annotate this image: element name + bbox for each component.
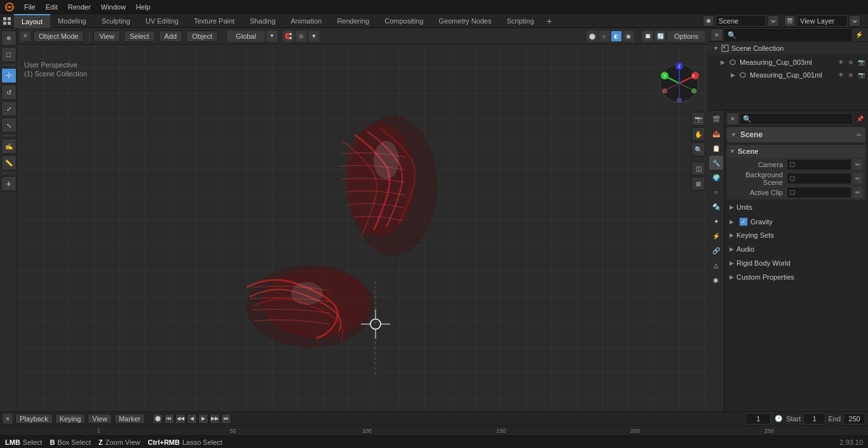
gizmo-btn[interactable]: 🔄 xyxy=(654,31,666,42)
perspective-btn[interactable]: ◫ xyxy=(691,161,705,175)
scene-section-edit[interactable]: ✏ xyxy=(857,132,862,139)
current-frame[interactable]: 1 xyxy=(745,413,771,424)
timeline-menu-btn[interactable]: ≡ xyxy=(3,414,13,424)
view-layer-btn[interactable] xyxy=(849,15,860,27)
props-menu-btn[interactable]: ≡ xyxy=(727,113,738,125)
camera-view-btn[interactable]: 📷 xyxy=(691,112,705,126)
play-first-btn[interactable]: ⏮ xyxy=(164,414,174,424)
tab-layout[interactable]: Layout xyxy=(14,14,50,28)
move-tool[interactable]: ✛ xyxy=(1,68,17,83)
scene-btn[interactable] xyxy=(768,15,779,27)
tab-animation[interactable]: Animation xyxy=(283,14,330,28)
menu-file[interactable]: File xyxy=(19,0,41,14)
props-icon-physics[interactable]: ⚡ xyxy=(709,229,723,243)
outliner-menu-btn[interactable]: ≡ xyxy=(710,29,723,41)
item-cursor-0[interactable]: ⊕ xyxy=(846,58,855,67)
outliner-search[interactable] xyxy=(724,29,851,41)
proportional-connected-btn[interactable]: ▼ xyxy=(308,31,320,42)
viewport-container[interactable]: ≡ Object Mode View Select Add Object Glo… xyxy=(18,28,708,411)
props-icon-modifiers[interactable]: 🔩 xyxy=(709,200,723,214)
options-btn[interactable]: Options xyxy=(667,31,705,42)
custom-props-header[interactable]: ▶ Custom Properties xyxy=(727,271,865,283)
add-workspace-button[interactable]: + xyxy=(541,15,557,27)
props-icon-material[interactable]: ◉ xyxy=(709,273,723,287)
audio-header[interactable]: ▶ Audio xyxy=(727,243,865,255)
viewport-shading-render[interactable]: ◉ xyxy=(623,31,634,42)
viewport-shading-solid[interactable]: ⬤ xyxy=(587,31,598,42)
viewport-shading-material[interactable]: ◐ xyxy=(611,31,622,42)
props-icon-particles[interactable]: ✦ xyxy=(709,214,723,228)
play-prev-btn[interactable]: ◀◀ xyxy=(175,414,186,424)
play-fwd-btn[interactable]: ▶▶ xyxy=(210,414,220,424)
props-search-input[interactable] xyxy=(740,113,853,125)
view-layer-selector[interactable] xyxy=(784,15,796,27)
scene-section-header[interactable]: ▼ Scene ✏ xyxy=(727,127,865,142)
play-back-btn[interactable]: ◀ xyxy=(187,414,197,424)
viewport-gizmo[interactable]: X Y Z xyxy=(657,61,702,105)
outliner-item-0[interactable]: ▶ Measuring_Cup_003ml 👁 ⊕ 📷 xyxy=(708,56,868,69)
keying-btn[interactable]: Keying xyxy=(55,414,86,424)
tab-compositing[interactable]: Compositing xyxy=(377,14,431,28)
transform-orientation-btn[interactable]: ▼ xyxy=(266,31,278,42)
hand-tool-btn[interactable]: ✋ xyxy=(691,127,705,141)
tab-texture-paint[interactable]: Texture Paint xyxy=(186,14,242,28)
snap-btn[interactable]: 🧲 xyxy=(283,31,294,42)
clock-icon[interactable]: 🕐 xyxy=(773,414,783,424)
props-icon-data[interactable]: △ xyxy=(709,258,723,272)
rotate-tool[interactable]: ↺ xyxy=(1,85,17,100)
frame-end-value[interactable]: 250 xyxy=(843,413,865,424)
props-icon-render[interactable]: 🎬 xyxy=(709,112,723,126)
props-pin-btn[interactable]: 📌 xyxy=(854,113,865,125)
menu-help[interactable]: Help xyxy=(131,0,156,14)
tab-rendering[interactable]: Rendering xyxy=(329,14,377,28)
camera-field[interactable] xyxy=(787,159,851,170)
props-icon-object[interactable]: ○ xyxy=(709,185,723,199)
play-btn[interactable]: ▶ xyxy=(198,414,208,424)
scene-selector[interactable] xyxy=(703,15,714,27)
rigid-body-header[interactable]: ▶ Rigid Body World xyxy=(727,257,865,269)
menu-render[interactable]: Render xyxy=(63,0,96,14)
overlay-btn[interactable]: 🔲 xyxy=(642,31,653,42)
props-icon-view-layer[interactable]: 📋 xyxy=(709,141,723,155)
item-cursor-1[interactable]: ⊕ xyxy=(846,71,855,79)
active-clip-field[interactable] xyxy=(787,187,851,198)
keying-sets-header[interactable]: ▶ Keying Sets xyxy=(727,229,865,241)
props-icon-world[interactable]: 🌍 xyxy=(709,170,723,184)
transform-tool[interactable]: ⤡ xyxy=(1,118,17,133)
object-mode-btn[interactable]: Object Mode xyxy=(33,31,84,42)
units-header[interactable]: ▶ Units xyxy=(727,201,865,214)
outliner-item-1[interactable]: ▶ Measuring_Cup_001ml 👁 ⊕ 📷 xyxy=(708,69,868,81)
item-eye-1[interactable]: 👁 xyxy=(836,71,845,79)
select-menu-btn[interactable]: Select xyxy=(124,31,155,42)
bg-scene-edit-btn[interactable]: ✏ xyxy=(853,173,863,184)
proportional-edit-btn[interactable]: ⊙ xyxy=(295,31,307,42)
tab-modeling[interactable]: Modeling xyxy=(50,14,94,28)
item-eye-0[interactable]: 👁 xyxy=(836,58,845,67)
viewport-menu-btn[interactable]: ≡ xyxy=(20,31,31,41)
local-view-btn[interactable]: ⊞ xyxy=(691,177,705,191)
tab-uv-editing[interactable]: UV Editing xyxy=(138,14,186,28)
item-render-0[interactable]: 📷 xyxy=(857,58,865,67)
viewport-shading-wire[interactable]: ○ xyxy=(599,31,610,42)
active-clip-edit-btn[interactable]: ✏ xyxy=(853,187,863,198)
props-icon-constraints[interactable]: 🔗 xyxy=(709,243,723,257)
view-menu-btn[interactable]: View xyxy=(93,31,120,42)
scale-tool[interactable]: ⤢ xyxy=(1,101,17,116)
transform-global-btn[interactable]: Global xyxy=(227,31,265,42)
camera-edit-btn[interactable]: ✏ xyxy=(853,159,863,170)
view-btn[interactable]: View xyxy=(88,414,112,424)
zoom-tool-btn[interactable]: 🔍 xyxy=(691,142,705,156)
add-menu-btn[interactable]: Add xyxy=(159,31,183,42)
stop-btn[interactable]: ⬤ xyxy=(153,414,163,424)
annotate-tool[interactable]: ✍ xyxy=(1,139,17,154)
menu-window[interactable]: Window xyxy=(96,0,131,14)
bg-scene-field[interactable] xyxy=(787,173,851,184)
tab-shading[interactable]: Shading xyxy=(242,14,283,28)
tab-sculpting[interactable]: Sculpting xyxy=(94,14,138,28)
outliner-filter-btn[interactable]: ⚡ xyxy=(853,29,865,41)
workspace-icon[interactable] xyxy=(0,14,14,28)
menu-edit[interactable]: Edit xyxy=(41,0,63,14)
tab-geometry-nodes[interactable]: Geometry Nodes xyxy=(431,14,499,28)
object-menu-btn[interactable]: Object xyxy=(186,31,218,42)
add-object-tool[interactable]: + xyxy=(1,176,17,191)
